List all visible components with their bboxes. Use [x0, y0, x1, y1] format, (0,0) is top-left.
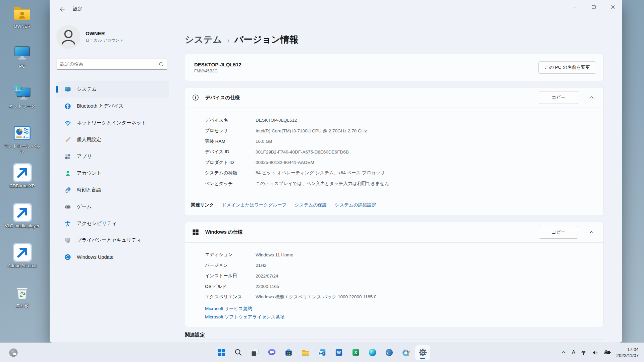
sidebar-item-label: プライバシーとセキュリティ — [77, 237, 142, 243]
search-icon — [234, 348, 243, 357]
page-title: バージョン情報 — [234, 34, 299, 46]
account-row[interactable]: OWNER ローカル アカウント — [56, 23, 185, 51]
device-model: FMVA45B3G — [194, 69, 241, 73]
clock[interactable]: 17:04 2022/11/07 — [614, 347, 642, 358]
wifi-icon — [64, 120, 71, 126]
link-domain-or-workgroup[interactable]: ドメインまたはワークグループ — [222, 202, 286, 208]
desktop-icon-cdburnerxp[interactable]: ♪ CDBurnerXP — [3, 162, 41, 201]
word-button[interactable]: W — [331, 345, 346, 360]
taskbar: W X A 17:04 2022/11/07 — [0, 343, 644, 362]
word-icon: W — [334, 348, 343, 357]
desktop-icon-control-panel[interactable]: コントロール パネル — [3, 122, 41, 162]
maximize-icon — [592, 5, 596, 9]
ime-indicator[interactable]: A — [569, 346, 578, 359]
link-advanced-system-settings[interactable]: システムの詳細設定 — [335, 202, 376, 208]
tray-time: 17:04 — [616, 347, 639, 353]
close-icon — [611, 5, 615, 9]
svg-text:X: X — [354, 350, 357, 355]
sidebar-item-network-internet[interactable]: ネットワークとインターネット — [56, 115, 169, 131]
taskbar-search-button[interactable] — [231, 345, 246, 360]
edge-icon — [368, 348, 377, 357]
back-button[interactable] — [57, 4, 67, 14]
maximize-button[interactable] — [584, 0, 603, 14]
sidebar-item-apps[interactable]: アプリ — [56, 148, 169, 165]
outlook-button[interactable] — [315, 345, 329, 360]
link-microsoft-software-license[interactable]: Microsoft ソフトウェアライセンス条項 — [205, 314, 603, 320]
sidebar-item-accessibility[interactable]: アクセシビリティ — [56, 215, 169, 232]
desktop-icon-network[interactable]: ネットワーク — [3, 82, 41, 122]
excel-button[interactable]: X — [348, 345, 363, 360]
sidebar-item-accounts[interactable]: アカウント — [56, 165, 169, 181]
link-system-protection[interactable]: システムの保護 — [294, 202, 327, 208]
sidebar-item-label: システム — [77, 86, 97, 93]
system-icon — [64, 86, 71, 93]
desktop-icon-owner-folder[interactable]: OWNER — [3, 2, 41, 42]
desktop-icon-column: OWNER PC ネットワーク コントロール パネル ♪ CDBurnerXP … — [3, 2, 41, 321]
sidebar-item-windows-update[interactable]: Windows Update — [56, 249, 169, 265]
collapse-device-specs-button[interactable] — [585, 91, 599, 104]
collapse-windows-specs-button[interactable] — [585, 226, 599, 239]
desktop-icon-pc[interactable]: PC — [3, 42, 41, 82]
info-icon — [192, 94, 199, 101]
tray-overflow-button[interactable] — [558, 346, 569, 359]
sidebar-item-time-language[interactable]: 時刻と言語 — [56, 182, 169, 198]
tray-date: 2022/11/07 — [616, 353, 639, 359]
minimize-button[interactable] — [565, 0, 584, 14]
desktop-icon-recycle-bin[interactable]: ごみ箱 — [3, 281, 41, 321]
spec-row-edition: エディションWindows 11 Home — [205, 250, 597, 260]
desktop: OWNER PC ネットワーク コントロール パネル ♪ CDBurnerXP … — [0, 0, 644, 362]
back-arrow-icon — [59, 6, 65, 12]
microsoft-links: Microsoft サービス規約 Microsoft ソフトウェアライセンス条項 — [185, 304, 603, 327]
desktop-icon-label: ネットワーク — [9, 104, 36, 109]
control-panel-icon — [12, 123, 32, 143]
sidebar-item-label: Windows Update — [77, 254, 114, 260]
file-explorer-button[interactable] — [298, 345, 313, 360]
breadcrumb-system[interactable]: システム — [185, 34, 222, 46]
taskbar-center: W X — [214, 343, 430, 362]
sidebar-item-personalization[interactable]: 個人用設定 — [56, 131, 169, 148]
microsoft-store-button[interactable] — [281, 345, 296, 360]
window-title: 設定 — [73, 6, 83, 12]
desktop-icon-adobe-acrobat[interactable]: Adobe Acrobat — [3, 241, 41, 281]
task-view-button[interactable] — [248, 345, 262, 360]
sidebar-item-system[interactable]: システム — [56, 81, 169, 98]
settings-button[interactable] — [415, 345, 430, 360]
spec-row-pen-touch: ペンとタッチこのディスプレイでは、ペン入力とタッチ入力は利用できません — [205, 178, 597, 189]
desktop-icon-vlc[interactable]: VLC media player — [3, 201, 41, 241]
edge-button[interactable] — [365, 345, 380, 360]
sidebar-item-label: Bluetooth とデバイス — [77, 103, 124, 109]
widgets-button[interactable] — [7, 346, 20, 359]
sidebar-item-gaming[interactable]: ゲーム — [56, 198, 169, 215]
glary-utilities-button[interactable] — [382, 345, 396, 360]
sidebar-item-privacy-security[interactable]: プライバシーとセキュリティ — [56, 232, 169, 248]
sidebar-item-bluetooth-devices[interactable]: Bluetooth とデバイス — [56, 98, 169, 114]
battery-button[interactable] — [601, 346, 614, 359]
related-links-row: 関連リンク ドメインまたはワークグループ システムの保護 システムの詳細設定 — [185, 195, 603, 216]
teams-chat-icon — [267, 348, 276, 357]
settings-gear-icon — [418, 348, 427, 357]
spec-row-ram: 実装 RAM16.0 GB — [205, 136, 597, 147]
spec-row-experience: エクスペリエンスWindows 機能エクスペリエンス パック 1000.2200… — [205, 292, 597, 303]
close-button[interactable] — [603, 0, 622, 14]
chat-button[interactable] — [264, 345, 279, 360]
spec-row-product-id: プロダクト ID00325-80132-96441-AAOEM — [205, 157, 597, 168]
link-microsoft-services-agreement[interactable]: Microsoft サービス規約 — [205, 306, 603, 312]
excel-icon: X — [351, 348, 360, 357]
related-settings-heading: 関連設定 — [185, 332, 604, 340]
windows-logo-icon — [192, 229, 199, 236]
update-arrows-icon — [64, 254, 71, 260]
settings-search-input[interactable]: 設定の検索 — [56, 58, 168, 70]
file-explorer-icon — [301, 348, 310, 357]
copy-device-specs-button[interactable]: コピー — [539, 91, 578, 104]
cdburnerxp-icon: ♪ — [12, 163, 32, 183]
recycle-bin-icon — [12, 283, 32, 302]
wifi-status-button[interactable] — [578, 346, 589, 359]
volume-button[interactable] — [589, 346, 601, 359]
copy-windows-specs-button[interactable]: コピー — [539, 226, 578, 239]
paint-button[interactable] — [398, 345, 413, 360]
person-icon — [64, 170, 71, 177]
search-icon — [159, 62, 164, 67]
outlook-icon — [318, 348, 327, 357]
start-button[interactable] — [214, 345, 229, 360]
rename-pc-button[interactable]: この PC の名前を変更 — [538, 61, 596, 74]
